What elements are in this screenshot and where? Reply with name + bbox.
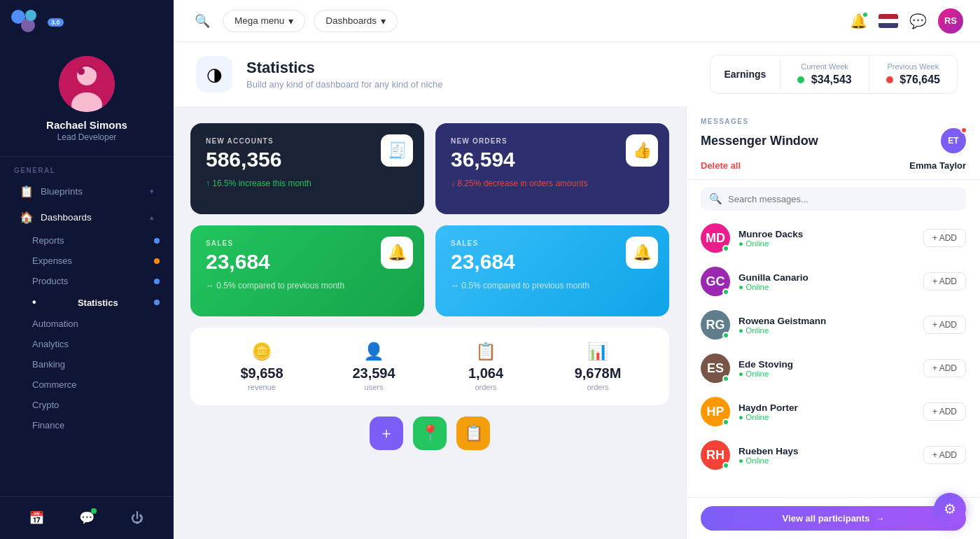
stats-icon: ◑ <box>196 56 232 92</box>
message-search-input[interactable] <box>728 194 958 204</box>
revenue-value: $9,658 <box>210 365 314 382</box>
new-accounts-change: ↑ 16.5% increase this month <box>206 178 409 188</box>
contact-gunilla-canario[interactable]: GC Gunilla Canario ● Online + ADD <box>687 260 980 303</box>
mini-stats-row: 🪙 $9,658 revenue 👤 23,594 users 📋 1,064 … <box>190 328 669 405</box>
earnings-bar: Earnings Current Week $34,543 Previous W… <box>710 55 958 94</box>
rueben-online-dot <box>722 462 729 469</box>
sidebar-item-analytics[interactable]: Analytics <box>32 334 168 354</box>
settings-fab-button[interactable]: ⚙ <box>934 493 966 525</box>
dashboard-area: NEW ACCOUNTS 586,356 ↑ 16.5% increase th… <box>174 106 980 539</box>
notifications-button[interactable]: 🔔 <box>846 8 872 34</box>
gunilla-add-button[interactable]: + ADD <box>923 272 966 290</box>
sales-green-icon: 🔔 <box>381 237 413 269</box>
new-orders-label: NEW ORDERS <box>451 137 654 145</box>
svg-point-3 <box>78 68 85 75</box>
ede-add-button[interactable]: + ADD <box>923 359 966 377</box>
current-week-value: $34,543 <box>797 74 851 86</box>
sidebar-item-dashboards[interactable]: 🏠 Dashboards ▴ <box>6 204 168 230</box>
avatar <box>59 56 115 112</box>
sales-blue-value: 23,684 <box>451 251 654 272</box>
earnings-label: Earnings <box>710 60 781 88</box>
notification-dot <box>862 11 869 18</box>
orders-m-stat: 📊 9,678M orders <box>546 342 650 391</box>
rueben-add-button[interactable]: + ADD <box>923 446 966 464</box>
commerce-label: Commerce <box>32 379 77 390</box>
products-label: Products <box>32 276 68 286</box>
users-icon: 👤 <box>322 342 426 361</box>
sidebar-item-products[interactable]: Products <box>32 271 168 291</box>
search-button[interactable]: 🔍 <box>190 9 214 33</box>
automation-label: Automation <box>32 318 78 329</box>
munroe-add-button[interactable]: + ADD <box>923 229 966 247</box>
munroe-avatar: MD <box>701 223 730 253</box>
current-week-label: Current Week <box>797 62 851 71</box>
contact-rowena-geistmann[interactable]: RG Rowena Geistmann ● Online + ADD <box>687 303 980 346</box>
messenger-title-row: Messenger Window ET <box>701 128 966 153</box>
mega-menu-button[interactable]: Mega menu ▾ <box>223 10 305 32</box>
dashboards-nav-label: Dashboards <box>326 15 377 26</box>
sidebar-navigation: 📋 Blueprints ▾ 🏠 Dashboards ▴ Reports Ex… <box>0 178 174 496</box>
sidebar-item-statistics[interactable]: Statistics <box>32 291 168 314</box>
contact-rueben-hays[interactable]: RH Rueben Hays ● Online + ADD <box>687 433 980 477</box>
contact-munroe-dacks[interactable]: MD Munroe Dacks ● Online + ADD <box>687 216 980 260</box>
rueben-status: ● Online <box>738 456 915 465</box>
dashboards-nav-button[interactable]: Dashboards ▾ <box>314 10 398 32</box>
delete-all-button[interactable]: Delete all <box>701 160 741 171</box>
munroe-name: Munroe Dacks <box>738 229 915 239</box>
messenger-search-bar: 🔍 <box>701 187 966 211</box>
rowena-add-button[interactable]: + ADD <box>923 316 966 334</box>
gunilla-name: Gunilla Canario <box>738 272 915 283</box>
sidebar-item-banking[interactable]: Banking <box>32 354 168 374</box>
page-title: Statistics <box>246 59 442 77</box>
search-icon: 🔍 <box>709 192 722 205</box>
user-avatar-topnav[interactable]: RS <box>938 8 963 34</box>
sidebar-item-crypto[interactable]: Crypto <box>32 395 168 415</box>
blueprints-icon: 📋 <box>20 185 34 198</box>
mega-menu-chevron: ▾ <box>288 15 293 27</box>
sidebar-item-finance[interactable]: Finance <box>32 415 168 435</box>
power-button[interactable]: ⏻ <box>125 505 150 531</box>
sales-blue-icon: 🔔 <box>626 237 658 269</box>
orders-m-value: 9,678M <box>546 365 650 382</box>
location-action-button[interactable]: 📍 <box>413 416 447 450</box>
main-area: 🔍 Mega menu ▾ Dashboards ▾ 🔔 💬 RS ◑ Stat… <box>174 0 980 539</box>
revenue-stat: 🪙 $9,658 revenue <box>210 342 314 391</box>
haydn-add-button[interactable]: + ADD <box>923 402 966 421</box>
previous-week-label: Previous Week <box>886 62 940 71</box>
stats-title-group: Statistics Build any kind of dashboard f… <box>246 59 442 90</box>
contact-haydn-porter[interactable]: HP Haydn Porter ● Online + ADD <box>687 390 980 433</box>
avatar-image <box>59 56 115 112</box>
new-accounts-value: 586,356 <box>206 149 409 170</box>
sidebar-item-automation[interactable]: Automation <box>32 314 168 334</box>
rueben-info: Rueben Hays ● Online <box>738 446 915 465</box>
sidebar-item-expenses[interactable]: Expenses <box>32 251 168 271</box>
orders-stat: 📋 1,064 orders <box>434 342 538 391</box>
rowena-status: ● Online <box>738 326 915 335</box>
new-accounts-icon: 🧾 <box>381 134 413 167</box>
calendar-button[interactable]: 📅 <box>24 505 49 531</box>
messages-button[interactable]: 💬 <box>905 8 931 34</box>
haydn-status: ● Online <box>738 413 915 421</box>
add-action-button[interactable]: ＋ <box>370 416 403 450</box>
rueben-name: Rueben Hays <box>738 446 915 456</box>
view-all-participants-button[interactable]: View all participants → <box>701 506 966 531</box>
users-value: 23,594 <box>322 365 426 382</box>
sidebar-bottom: 📅 💬 ⏻ <box>0 496 174 539</box>
sidebar-item-blueprints[interactable]: 📋 Blueprints ▾ <box>6 178 168 204</box>
profile-name: Rachael Simons <box>46 119 127 131</box>
gunilla-online-dot <box>722 288 729 295</box>
new-accounts-card: NEW ACCOUNTS 586,356 ↑ 16.5% increase th… <box>190 123 424 214</box>
messenger-initiator-avatar[interactable]: ET <box>941 128 966 153</box>
sales-green-change: ↔ 0.5% compared to previous month <box>206 281 409 290</box>
section-label: GENERAL <box>0 157 174 178</box>
contact-ede-stoving[interactable]: ES Ede Stoving ● Online + ADD <box>687 346 980 390</box>
chat-button[interactable]: 💬 <box>74 505 99 531</box>
language-flag[interactable] <box>878 14 898 28</box>
action-buttons-row: ＋ 📍 📋 <box>190 416 669 453</box>
messenger-tag: MESSAGES <box>701 118 966 125</box>
haydn-online-dot <box>722 419 729 426</box>
gunilla-avatar: GC <box>701 267 730 296</box>
sidebar-item-commerce[interactable]: Commerce <box>32 374 168 395</box>
clipboard-action-button[interactable]: 📋 <box>456 416 490 450</box>
sidebar-item-reports[interactable]: Reports <box>32 230 168 251</box>
